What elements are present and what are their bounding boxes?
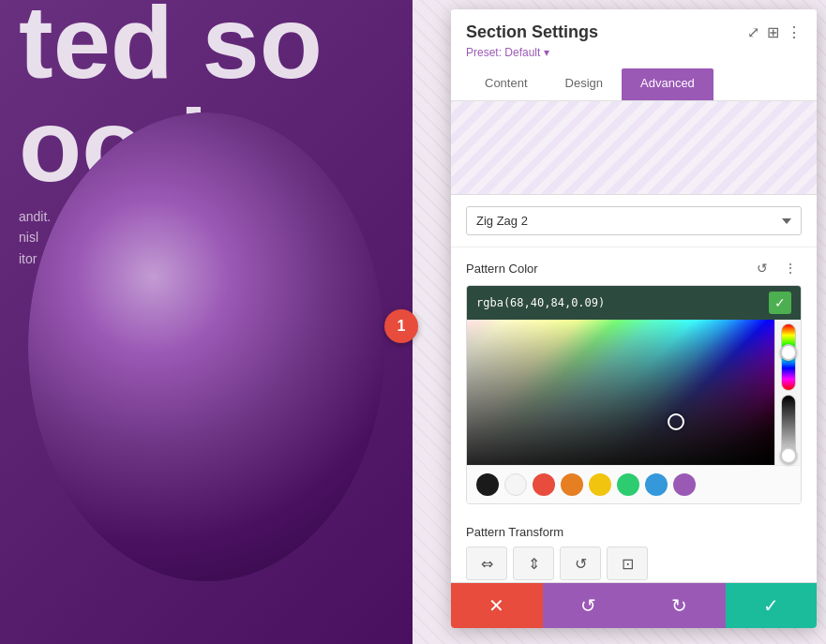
swatch-purple[interactable] bbox=[673, 473, 696, 496]
pattern-color-label: Pattern Color bbox=[466, 262, 538, 276]
swatch-white[interactable] bbox=[504, 473, 527, 496]
canvas-text-overlay: ted soood andit.nislitor bbox=[0, 0, 413, 644]
tab-design[interactable]: Design bbox=[547, 68, 622, 100]
scale-button[interactable]: ⊡ bbox=[607, 547, 648, 580]
expand-icon[interactable]: ⤢ bbox=[747, 23, 759, 41]
canvas-image bbox=[28, 112, 384, 581]
swatch-yellow[interactable] bbox=[589, 473, 611, 496]
pattern-preview bbox=[451, 101, 817, 195]
color-input-row: rgba(68,40,84,0.09) ✓ bbox=[467, 286, 801, 320]
panel-body: Zig Zag 1 Zig Zag 2 Zig Zag 3 Circles Do… bbox=[451, 101, 817, 582]
pattern-transform-label: Pattern Transform bbox=[466, 525, 802, 539]
panel-title-icons: ⤢ ⊞ ⋮ bbox=[747, 23, 802, 41]
cancel-button[interactable]: ✕ bbox=[451, 583, 543, 628]
panel-title: Section Settings bbox=[466, 22, 598, 42]
pattern-dropdown-row: Zig Zag 1 Zig Zag 2 Zig Zag 3 Circles Do… bbox=[451, 195, 817, 247]
tab-content[interactable]: Content bbox=[466, 68, 547, 100]
color-value: rgba(68,40,84,0.09) bbox=[476, 296, 761, 309]
tabs-container: Content Design Advanced bbox=[466, 68, 802, 100]
color-cursor[interactable] bbox=[668, 413, 684, 430]
more-options-icon[interactable]: ⋮ bbox=[787, 23, 802, 41]
swatches-row bbox=[467, 465, 801, 503]
reset-button[interactable]: ↺ bbox=[543, 583, 635, 628]
hue-slider[interactable] bbox=[781, 323, 796, 391]
preset-selector[interactable]: Preset: Default ▾ bbox=[466, 46, 802, 59]
pattern-color-icons: ↺ ⋮ bbox=[751, 257, 802, 279]
sliders-column bbox=[774, 320, 801, 465]
more-color-options-button[interactable]: ⋮ bbox=[779, 257, 802, 279]
color-picker: rgba(68,40,84,0.09) ✓ bbox=[466, 285, 802, 504]
step-badge: 1 bbox=[384, 309, 418, 343]
pattern-color-row: Pattern Color ↺ ⋮ bbox=[451, 247, 817, 285]
swatch-blue[interactable] bbox=[645, 473, 668, 496]
layout-icon[interactable]: ⊞ bbox=[767, 23, 779, 41]
alpha-slider[interactable] bbox=[781, 395, 796, 462]
pattern-transform-section: Pattern Transform ⇔ ⇕ ↺ ⊡ bbox=[451, 516, 817, 582]
confirm-color-button[interactable]: ✓ bbox=[769, 292, 791, 314]
swatch-black[interactable] bbox=[476, 473, 499, 496]
canvas-image-inner bbox=[28, 112, 384, 581]
swatch-green[interactable] bbox=[617, 473, 639, 496]
panel-footer: ✕ ↺ ↻ ✓ bbox=[451, 582, 817, 628]
hue-thumb[interactable] bbox=[780, 344, 797, 361]
pattern-select[interactable]: Zig Zag 1 Zig Zag 2 Zig Zag 3 Circles Do… bbox=[466, 206, 802, 235]
swatch-orange[interactable] bbox=[561, 473, 583, 496]
swatch-red[interactable] bbox=[533, 473, 555, 496]
flip-vertical-button[interactable]: ⇕ bbox=[513, 547, 554, 580]
gradient-wrapper[interactable] bbox=[467, 320, 801, 465]
alpha-thumb[interactable] bbox=[780, 447, 797, 464]
redo-button[interactable]: ↻ bbox=[634, 583, 726, 628]
reset-color-button[interactable]: ↺ bbox=[751, 257, 773, 279]
section-settings-panel: Section Settings ⤢ ⊞ ⋮ Preset: Default ▾… bbox=[451, 9, 817, 628]
gradient-canvas[interactable] bbox=[467, 320, 774, 465]
panel-title-row: Section Settings ⤢ ⊞ ⋮ bbox=[466, 22, 802, 42]
confirm-button[interactable]: ✓ bbox=[726, 583, 818, 628]
flip-horizontal-button[interactable]: ⇔ bbox=[466, 547, 507, 580]
rotate-button[interactable]: ↺ bbox=[560, 547, 601, 580]
panel-header: Section Settings ⤢ ⊞ ⋮ Preset: Default ▾… bbox=[451, 9, 817, 101]
transform-buttons: ⇔ ⇕ ↺ ⊡ bbox=[466, 547, 802, 580]
tab-advanced[interactable]: Advanced bbox=[622, 68, 713, 100]
